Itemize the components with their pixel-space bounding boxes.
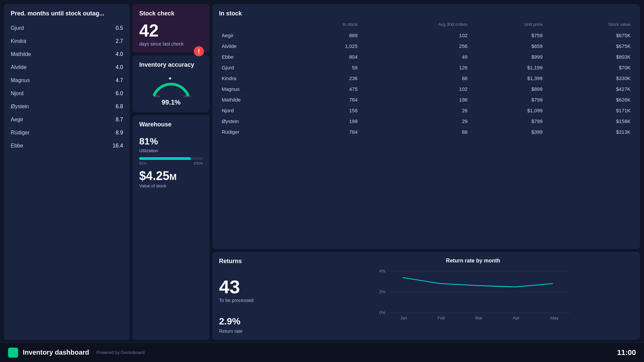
pred-item-value: 4.7 bbox=[116, 77, 123, 83]
pred-item-value: 16.4 bbox=[113, 143, 123, 149]
right-col: In stock In stockAvg 30d ordersUnit pric… bbox=[212, 4, 640, 340]
table-cell: Mathilde bbox=[219, 95, 296, 105]
footer-title: Inventory dashboard bbox=[23, 349, 89, 356]
table-row: Mathilde784198$799$626K bbox=[219, 95, 633, 105]
pred-list-item: Alvilde4.0 bbox=[11, 61, 123, 74]
table-cell: 26 bbox=[360, 105, 470, 116]
returns-process-block: 43 To be processed bbox=[219, 278, 313, 303]
in-stock-col-header: Stock value bbox=[545, 22, 633, 30]
svg-text:90%: 90% bbox=[154, 95, 160, 98]
table-cell: $1,099 bbox=[470, 105, 545, 116]
pred-item-value: 2.7 bbox=[116, 38, 123, 44]
svg-text:Apr: Apr bbox=[513, 315, 520, 320]
pred-list-item: Øystein6.8 bbox=[11, 100, 123, 113]
table-cell: 156 bbox=[296, 105, 360, 116]
table-cell: 49 bbox=[360, 52, 470, 62]
pred-item-value: 4.0 bbox=[116, 51, 123, 57]
pred-item-name: Ebbe bbox=[11, 143, 23, 149]
pred-panel: Pred. months until stock outag... Gjurd0… bbox=[4, 4, 130, 340]
stock-value-label: Value of stock bbox=[139, 183, 203, 188]
pred-item-value: 4.0 bbox=[116, 64, 123, 70]
util-bar-labels: 81% 100% bbox=[139, 161, 203, 165]
table-cell: 236 bbox=[296, 73, 360, 84]
table-cell: $799 bbox=[470, 116, 545, 127]
returns-panel: Returns 43 To be processed 2.9% Return r… bbox=[212, 252, 640, 340]
in-stock-panel: In stock In stockAvg 30d ordersUnit pric… bbox=[212, 4, 640, 249]
pred-item-value: 8.7 bbox=[116, 117, 123, 123]
in-stock-col-header bbox=[219, 22, 296, 30]
svg-text:4%: 4% bbox=[379, 268, 386, 274]
svg-text:Feb: Feb bbox=[438, 315, 445, 320]
table-cell: $899 bbox=[470, 84, 545, 95]
pred-list-item: Gjurd0.5 bbox=[11, 22, 123, 35]
table-cell: $399 bbox=[470, 127, 545, 137]
table-cell: $675K bbox=[545, 41, 633, 52]
table-cell: $799 bbox=[470, 95, 545, 105]
table-row: Magnus475102$899$427K bbox=[219, 84, 633, 95]
accuracy-panel: Inventory accuracy 90% 100% 99.1% bbox=[132, 55, 210, 112]
table-cell: $313K bbox=[545, 127, 633, 137]
svg-text:Mar: Mar bbox=[475, 315, 483, 320]
table-cell: $1,199 bbox=[470, 62, 545, 73]
middle-col: Stock check 42 days since last check ! I… bbox=[132, 4, 210, 340]
stock-value-number: $4.25M bbox=[139, 170, 203, 182]
footer-powered: Powered by Geckoboard bbox=[97, 350, 145, 355]
returns-rate-block: 2.9% Return rate bbox=[219, 311, 313, 334]
table-cell: 126 bbox=[360, 62, 470, 73]
returns-to-process-num: 43 bbox=[219, 278, 313, 296]
pred-item-name: Alvilde bbox=[11, 64, 26, 70]
table-cell: $158K bbox=[545, 116, 633, 127]
svg-text:0%: 0% bbox=[379, 310, 386, 315]
table-row: Aegir889102$759$675K bbox=[219, 30, 633, 41]
pred-item-name: Rüdiger bbox=[11, 130, 30, 136]
table-cell: 804 bbox=[296, 52, 360, 62]
pred-title: Pred. months until stock outag... bbox=[11, 10, 123, 17]
in-stock-table: In stockAvg 30d ordersUnit priceStock va… bbox=[219, 22, 633, 137]
pred-item-name: Mathilde bbox=[11, 51, 31, 57]
table-cell: $675K bbox=[545, 30, 633, 41]
svg-text:2%: 2% bbox=[379, 289, 386, 294]
stock-check-panel: Stock check 42 days since last check ! bbox=[132, 4, 210, 53]
in-stock-title: In stock bbox=[219, 10, 633, 17]
stock-check-label: days since last check bbox=[139, 41, 203, 47]
table-cell: $171K bbox=[545, 105, 633, 116]
pred-item-value: 6.0 bbox=[116, 90, 123, 97]
table-cell: $626K bbox=[545, 95, 633, 105]
table-cell: $1,399 bbox=[470, 73, 545, 84]
util-bar-fill bbox=[139, 157, 191, 160]
stock-check-days: 42 bbox=[139, 22, 203, 39]
table-cell: Kindra bbox=[219, 73, 296, 84]
table-row: Øystein19829$799$158K bbox=[219, 116, 633, 127]
table-cell: $330K bbox=[545, 73, 633, 84]
returns-chart-svg: 4% 2% 0% Jan Feb bbox=[313, 266, 633, 320]
table-cell: Øystein bbox=[219, 116, 296, 127]
warehouse-panel: Warehouse 81% Utilization 81% 100% $4.25… bbox=[132, 115, 210, 340]
table-cell: 1,025 bbox=[296, 41, 360, 52]
gauge-container: 90% 100% 99.1% bbox=[139, 73, 203, 106]
pred-item-name: Øystein bbox=[11, 104, 29, 110]
util-label: Utilization bbox=[139, 148, 203, 153]
returns-chart: Return rate by month 4% 2% 0% bbox=[313, 258, 633, 334]
pred-item-value: 0.5 bbox=[116, 25, 123, 31]
returns-title: Returns bbox=[219, 258, 313, 265]
pred-list-item: Njord6.0 bbox=[11, 87, 123, 100]
footer: Inventory dashboard Powered by Geckoboar… bbox=[0, 343, 644, 362]
pred-item-value: 8.9 bbox=[116, 130, 123, 136]
pred-list-item: Rüdiger8.9 bbox=[11, 126, 123, 139]
table-row: Gjurd58126$1,199$70K bbox=[219, 62, 633, 73]
table-cell: 102 bbox=[360, 30, 470, 41]
stock-check-title: Stock check bbox=[139, 10, 203, 17]
table-cell: $803K bbox=[545, 52, 633, 62]
table-cell: 889 bbox=[296, 30, 360, 41]
table-cell: $70K bbox=[545, 62, 633, 73]
table-cell: $659 bbox=[470, 41, 545, 52]
table-cell: Magnus bbox=[219, 84, 296, 95]
table-cell: Gjurd bbox=[219, 62, 296, 73]
pred-item-name: Magnus bbox=[11, 77, 30, 83]
gauge-svg: 90% 100% bbox=[151, 73, 191, 97]
pred-item-name: Njord bbox=[11, 90, 23, 97]
table-cell: $759 bbox=[470, 30, 545, 41]
table-cell: Ebbe bbox=[219, 52, 296, 62]
returns-left: Returns 43 To be processed 2.9% Return r… bbox=[219, 258, 313, 334]
in-stock-col-header: In stock bbox=[296, 22, 360, 30]
